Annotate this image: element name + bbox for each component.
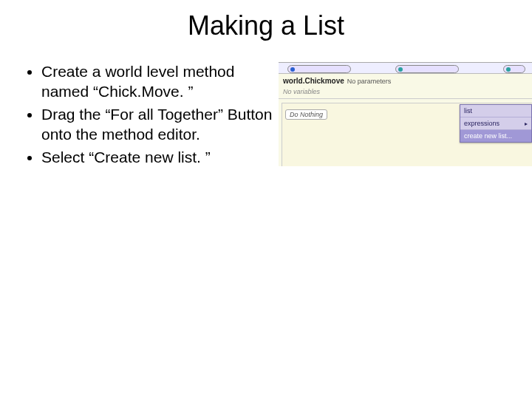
alice-topbar (279, 63, 532, 74)
bullet-item: Drag the “For all Together” Button onto … (41, 105, 279, 145)
topbar-pill[interactable] (503, 65, 525, 73)
bullet-list: Create a world level method named “Chick… (0, 62, 279, 170)
chevron-right-icon: ▸ (525, 120, 528, 127)
no-variables-label: No variables (279, 86, 532, 99)
menu-item-label: expressions (464, 120, 499, 127)
topbar-pill[interactable] (287, 65, 351, 73)
menu-item-list[interactable]: list (460, 105, 531, 117)
method-header: world.Chickmove No parameters (279, 74, 532, 86)
method-name: world.Chickmove (283, 77, 344, 85)
do-nothing-tile[interactable]: Do Nothing (285, 109, 327, 120)
menu-item-label: list (464, 107, 472, 115)
dot-icon (506, 67, 511, 72)
slide-title: Making a List (0, 10, 532, 41)
menu-item-create-new-list[interactable]: create new list... (460, 130, 531, 142)
bullet-item: Select “Create new list. ” (41, 148, 279, 168)
context-menu: list expressions ▸ create new list... (460, 104, 532, 143)
bullet-item: Create a world level method named “Chick… (41, 62, 279, 102)
method-params: No parameters (347, 78, 392, 85)
menu-item-label: create new list... (464, 132, 512, 140)
content-row: Create a world level method named “Chick… (0, 62, 532, 170)
dot-icon (398, 67, 403, 72)
dot-icon (290, 67, 295, 72)
topbar-pill[interactable] (395, 65, 459, 73)
alice-screenshot: world.Chickmove No parameters No variabl… (279, 62, 532, 166)
menu-item-expressions[interactable]: expressions ▸ (460, 117, 531, 130)
